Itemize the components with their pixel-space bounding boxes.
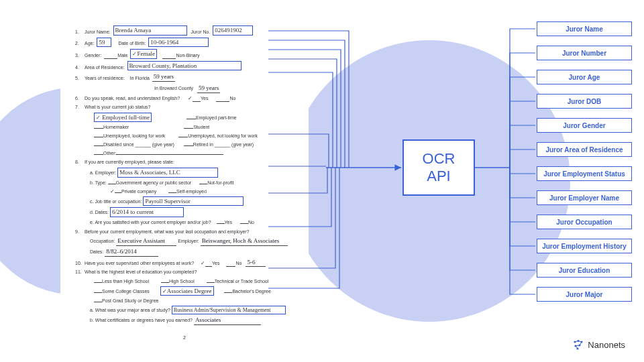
field-box: Juror Gender <box>537 118 632 133</box>
field-box: Juror Number <box>537 46 632 60</box>
field-employer: Moss & Associates, LLC <box>117 168 218 178</box>
field-area: Broward County, Plantation <box>127 61 241 71</box>
field-dob: 10-06-1964 <box>148 38 209 48</box>
field-box: Juror Employment Status <box>537 166 632 181</box>
field-box: Juror DOB <box>537 94 632 109</box>
field-box: Juror Employment History <box>537 239 632 253</box>
field-juror-number: 026491902 <box>213 25 253 36</box>
field-age: 59 <box>97 38 111 48</box>
field-occupation: Payroll Supervisor <box>143 196 244 206</box>
field-employment-status: ✓ Employed full-time <box>94 113 152 123</box>
field-employment-history: Occupation: Executive Assistant Employer… <box>90 237 294 246</box>
field-box: Juror Major <box>537 287 632 302</box>
form-document: 1. Juror Name: Brenda Amaya Juror No. 02… <box>60 13 309 335</box>
field-box: Juror Area of Residence <box>537 142 632 157</box>
field-box: Juror Occupation <box>537 215 632 229</box>
field-education: ✓Associates Degree <box>160 286 214 296</box>
ocr-api-box: OCRAPI <box>402 139 475 196</box>
field-gender: ✓Female <box>130 49 157 59</box>
output-fields: Juror Name Juror Number Juror Age Juror … <box>537 21 632 311</box>
field-box: Juror Employer Name <box>537 190 632 205</box>
nanonets-logo-icon <box>573 339 584 350</box>
field-juror-name: Brenda Amaya <box>113 25 187 36</box>
field-box: Juror Education <box>537 263 632 278</box>
field-major: Business Admin/Supervision & Management <box>172 306 286 314</box>
brand-label: Nanonets <box>573 339 625 350</box>
field-box: Juror Name <box>537 21 632 36</box>
field-box: Juror Age <box>537 70 632 84</box>
